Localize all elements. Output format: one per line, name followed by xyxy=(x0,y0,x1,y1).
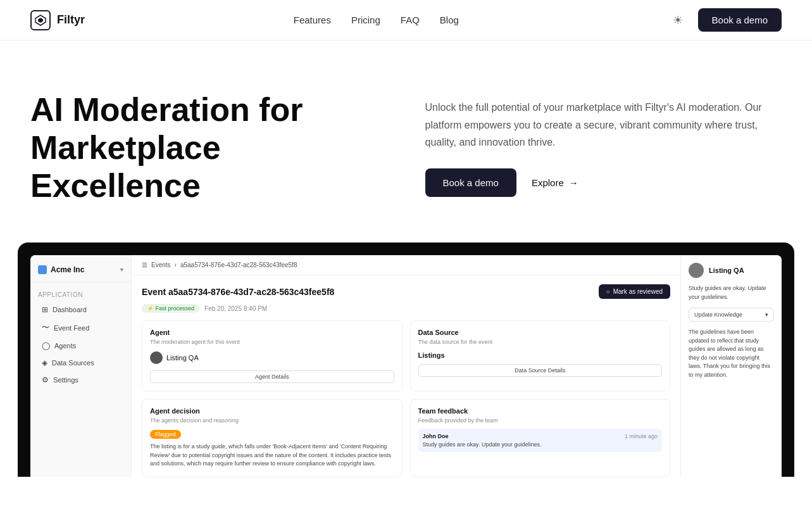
grid-icon: ⊞ xyxy=(42,305,48,314)
agent-card: Agent The moderation agent for this even… xyxy=(142,320,403,391)
feedback-message: Study guides are okay. Update your guide… xyxy=(423,441,658,448)
datasource-details-button[interactable]: Data Source Details xyxy=(418,364,663,377)
sidebar-item-label: Event Feed xyxy=(54,324,89,332)
feedback-item: John Doe 1 minute ago Study guides are o… xyxy=(418,429,663,452)
dashboard-main: ☰ Events › a5aa5734-876e-43d7-ac28-563c4… xyxy=(132,255,680,477)
datasource-icon: ◈ xyxy=(42,358,47,367)
hero-headline-line2: Marketplace Excellence xyxy=(30,129,221,204)
sidebar-section-label: Application xyxy=(30,287,131,301)
nav-pricing[interactable]: Pricing xyxy=(351,15,380,25)
feed-icon: 〜 xyxy=(42,322,49,333)
agent-icon: ◯ xyxy=(42,341,50,350)
flagged-badge: Flagged xyxy=(150,430,181,439)
chevron-down-icon: ▾ xyxy=(120,267,123,273)
hero-right: Unlock the full potential of your market… xyxy=(425,91,782,205)
nav-book-demo-button[interactable]: Book a demo xyxy=(698,8,782,32)
decision-title: Agent decision xyxy=(150,407,394,415)
event-title: Event a5aa5734-876e-43d7-ac28-563c43fee5… xyxy=(142,287,334,297)
agent-card-title: Agent xyxy=(150,329,394,336)
datasource-name: Listings xyxy=(418,351,663,359)
datasource-card-subtitle: The data source for the event xyxy=(418,339,663,345)
sidebar-company: Acme Inc ▾ xyxy=(30,265,131,282)
datasource-card: Data Source The data source for the even… xyxy=(410,320,671,391)
mark-label: Mark as reviewed xyxy=(613,288,663,295)
panel-agent-name: Listing QA xyxy=(709,267,744,274)
nav-links: Features Pricing FAQ Blog xyxy=(294,15,459,25)
feedback-author: John Doe xyxy=(423,433,449,439)
feedback-title: Team feedback xyxy=(418,407,663,415)
hero-description: Unlock the full potential of your market… xyxy=(425,99,782,151)
theme-toggle-button[interactable]: ☀ xyxy=(668,10,688,30)
sidebar-item-label: Data Sources xyxy=(52,359,94,367)
datasource-card-title: Data Source xyxy=(418,329,663,336)
dashboard-frame: Acme Inc ▾ Application ⊞ Dashboard 〜 Eve… xyxy=(30,255,782,477)
breadcrumb-section: Events xyxy=(151,262,171,268)
hero-left: AI Moderation for Marketplace Excellence xyxy=(30,91,387,205)
sidebar-item-event-feed[interactable]: 〜 Event Feed xyxy=(34,318,127,337)
settings-icon: ⚙ xyxy=(42,375,49,384)
event-cards: Agent The moderation agent for this even… xyxy=(132,320,680,399)
panel-response-text: The guidelines have been updated to refl… xyxy=(689,328,774,379)
feedback-subtitle: Feedback provided by the team xyxy=(418,417,663,424)
agent-details-button[interactable]: Agent Details xyxy=(150,370,394,383)
logo-icon xyxy=(30,10,51,30)
decision-text: The listing is for a study guide, which … xyxy=(150,443,394,469)
agent-card-subtitle: The moderation agent for this event xyxy=(150,339,394,345)
company-icon xyxy=(38,265,47,274)
hero-buttons: Book a demo Explore → xyxy=(425,168,782,197)
sidebar-item-label: Dashboard xyxy=(53,306,87,313)
nav-faq[interactable]: FAQ xyxy=(401,15,420,25)
feedback-time: 1 minute ago xyxy=(625,433,658,439)
sidebar-item-agents[interactable]: ◯ Agents xyxy=(34,337,127,354)
decision-card: Agent decision The agents decision and r… xyxy=(142,399,403,477)
panel-initial-message: Study guides are okay. Update your guide… xyxy=(689,284,774,301)
hero-headline: AI Moderation for Marketplace Excellence xyxy=(30,91,387,205)
sidebar-item-settings[interactable]: ⚙ Settings xyxy=(34,372,127,388)
hero-section: AI Moderation for Marketplace Excellence… xyxy=(0,41,812,243)
mark-icon: ○ xyxy=(606,288,610,295)
panel-avatar xyxy=(689,263,704,278)
feedback-card: Team feedback Feedback provided by the t… xyxy=(410,399,671,477)
right-panel: Listing QA Study guides are okay. Update… xyxy=(680,255,782,477)
nav-features[interactable]: Features xyxy=(294,15,331,25)
hero-explore-button[interactable]: Explore → xyxy=(532,177,578,188)
hero-explore-arrow: → xyxy=(569,177,578,188)
hero-headline-line1: AI Moderation for xyxy=(30,91,303,128)
lower-cards: Agent decision The agents decision and r… xyxy=(132,399,680,477)
breadcrumb-menu-icon: ☰ xyxy=(142,262,147,268)
lightning-icon: ⚡ xyxy=(147,305,154,312)
fast-processed-badge: ⚡ Fast processed xyxy=(142,304,199,313)
chevron-down-icon: ▾ xyxy=(765,312,768,318)
company-name: Acme Inc xyxy=(51,265,84,274)
nav-blog[interactable]: Blog xyxy=(440,15,459,25)
dashboard-preview: Acme Inc ▾ Application ⊞ Dashboard 〜 Eve… xyxy=(18,243,794,477)
hero-book-demo-button[interactable]: Book a demo xyxy=(425,168,516,197)
sidebar-item-label: Agents xyxy=(54,342,76,350)
sidebar-item-data-sources[interactable]: ◈ Data Sources xyxy=(34,355,127,371)
navbar: Filtyr Features Pricing FAQ Blog ☀ Book … xyxy=(0,0,812,41)
panel-action-label: Update Knowledge xyxy=(694,312,742,318)
feedback-header: John Doe 1 minute ago xyxy=(423,433,658,439)
event-date: Feb 20, 2025 8:40 PM xyxy=(204,305,267,312)
agent-row: Listing QA xyxy=(150,351,394,364)
mark-reviewed-button[interactable]: ○ Mark as reviewed xyxy=(599,284,670,299)
hero-explore-label: Explore xyxy=(532,177,564,188)
sidebar-item-label: Settings xyxy=(53,376,78,384)
breadcrumb: ☰ Events › a5aa5734-876e-43d7-ac28-563c4… xyxy=(132,255,680,275)
nav-right: ☀ Book a demo xyxy=(668,8,782,32)
svg-marker-1 xyxy=(38,18,43,23)
event-meta: ⚡ Fast processed Feb 20, 2025 8:40 PM xyxy=(132,304,680,320)
panel-action-button[interactable]: Update Knowledge ▾ xyxy=(689,308,774,322)
dashboard-sidebar: Acme Inc ▾ Application ⊞ Dashboard 〜 Eve… xyxy=(30,255,132,477)
panel-header: Listing QA xyxy=(689,263,774,278)
decision-subtitle: The agents decision and reasoning xyxy=(150,417,394,424)
agent-name: Listing QA xyxy=(166,354,199,362)
event-header: Event a5aa5734-876e-43d7-ac28-563c43fee5… xyxy=(132,275,680,304)
breadcrumb-id: a5aa5734-876e-43d7-ac28-563c43fee5f8 xyxy=(180,262,297,268)
logo-text: Filtyr xyxy=(57,13,85,27)
sidebar-item-dashboard[interactable]: ⊞ Dashboard xyxy=(34,301,127,318)
logo[interactable]: Filtyr xyxy=(30,10,85,30)
agent-avatar xyxy=(150,351,163,364)
